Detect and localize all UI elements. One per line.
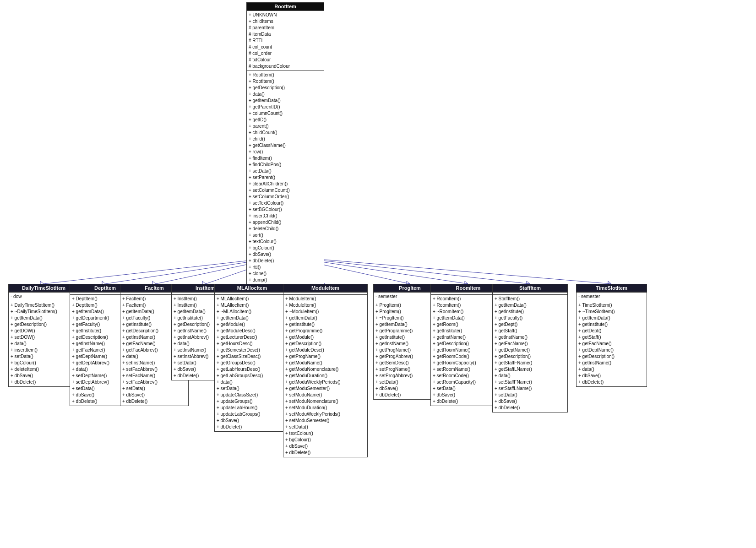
class-rootitem: RootItem + UNKNOWN + childItems # parent… xyxy=(246,2,324,298)
class-moduleitem: ModuleItem + ModuleItem() + ModuleItem()… xyxy=(283,284,368,457)
class-dailytimeslotitem-methods: + DailyTimeSlotItem() + ~DailyTimeSlotIt… xyxy=(9,301,79,386)
class-moduleitem-header: ModuleItem xyxy=(283,284,367,292)
class-rootitem-attributes: + UNKNOWN + childItems # parentItem # it… xyxy=(247,11,324,71)
class-rootitem-header: RootItem xyxy=(247,3,324,11)
class-dailytimeslotitem: DailyTimeSlotItem - dow + DailyTimeSlotI… xyxy=(8,284,79,387)
class-rootitem-name: RootItem xyxy=(274,4,296,9)
class-staffitem: StaffItem + StaffItem() + getItemData() … xyxy=(492,284,568,412)
class-dailytimeslotitem-header: DailyTimeSlotItem xyxy=(9,284,79,292)
class-timeslotitem-methods: + TimeSlotItem() + ~TimeSlotItem() + get… xyxy=(577,301,647,386)
diagram-container: RootItem + UNKNOWN + childItems # parent… xyxy=(0,0,756,548)
class-timeslotitem-header: TimeSlotItem xyxy=(577,284,647,292)
class-mlallocitem: MLAllocItem + MLAllocItem() + MLAllocIte… xyxy=(214,284,290,432)
class-moduleitem-methods: + ModuleItem() + ModuleItem() + ~ModuleI… xyxy=(283,294,367,457)
class-staffitem-methods: + StaffItem() + getItemData() + getInsti… xyxy=(493,294,567,412)
class-timeslotitem-attributes: - semester xyxy=(577,292,647,301)
class-rootitem-methods: + RootItem() + RootItem() + getDescripti… xyxy=(247,71,324,297)
class-dailytimeslotitem-attributes: - dow xyxy=(9,292,79,301)
class-timeslotitem: TimeSlotItem - semester + TimeSlotItem()… xyxy=(576,284,647,387)
class-mlallocitem-header: MLAllocItem xyxy=(215,284,289,292)
connectors-svg xyxy=(0,0,756,548)
class-staffitem-header: StaffItem xyxy=(493,284,567,292)
svg-line-18 xyxy=(285,256,611,284)
class-mlallocitem-methods: + MLAllocItem() + MLAllocItem() + ~MLAll… xyxy=(215,294,289,431)
